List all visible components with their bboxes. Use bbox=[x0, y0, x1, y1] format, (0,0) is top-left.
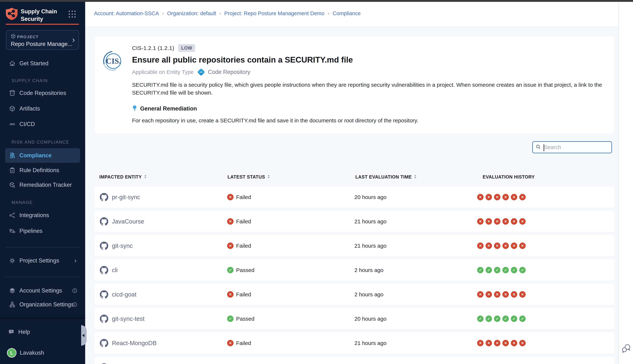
sidebar-section-label: RISK AND COMPLIANCE bbox=[12, 140, 69, 145]
last-evaluation-time: 21 hours ago bbox=[354, 332, 386, 354]
last-evaluation-time: 21 hours ago bbox=[354, 211, 386, 232]
sidebar-item-integrations[interactable]: Integrations bbox=[0, 210, 85, 221]
column-header-impacted-entity[interactable]: IMPACTED ENTITY bbox=[99, 174, 147, 180]
avatar: L bbox=[7, 348, 17, 358]
sort-icon[interactable] bbox=[267, 174, 270, 180]
breadcrumb-link[interactable]: Organization: default bbox=[167, 10, 216, 16]
breadcrumb-link[interactable]: Compliance bbox=[333, 10, 361, 16]
table-row[interactable]: pr-git-sync✕Failed20 hours ago✕✕✕✕✕✕ bbox=[94, 186, 614, 208]
last-evaluation-time: 20 hours ago bbox=[354, 186, 386, 208]
failed-icon: ✕ bbox=[477, 340, 484, 346]
sidebar-item-remediation-tracker[interactable]: Remediation Tracker bbox=[0, 179, 85, 191]
user-menu[interactable]: L Lavakush bbox=[0, 346, 85, 359]
window-top-edge bbox=[0, 0, 633, 2]
column-label: IMPACTED ENTITY bbox=[99, 174, 142, 180]
table-row[interactable]: git-sync✕Failed21 hours ago✕✕✕✕✕✕ bbox=[94, 235, 614, 256]
sidebar-item-account-settings[interactable]: Account Settings bbox=[0, 285, 85, 296]
applicable-row: Applicable on Entity Type </> Code Repos… bbox=[132, 69, 608, 75]
passed-icon: ✓ bbox=[511, 267, 517, 273]
entity-name[interactable]: git-sync-test bbox=[112, 308, 144, 330]
evaluation-history: ✓✓✓✓✓✓ bbox=[477, 357, 526, 364]
sidebar-item-code-repositories[interactable]: </>Code Repositories bbox=[0, 87, 85, 99]
column-header-latest-status[interactable]: LATEST STATUS bbox=[228, 174, 270, 180]
passed-icon: ✓ bbox=[477, 316, 484, 322]
table-row[interactable]: cicd-goat✕Failed2 hours ago✕✕✕✕✕✕ bbox=[94, 284, 614, 305]
failed-icon: ✕ bbox=[519, 242, 526, 249]
last-evaluation-time: 21 hours ago bbox=[354, 235, 386, 256]
failed-icon: ✕ bbox=[519, 340, 526, 346]
status-label: Failed bbox=[236, 340, 251, 346]
entity-name[interactable]: cicd-goat bbox=[112, 284, 136, 305]
table-row[interactable]: git-sync-test✓Passed20 hours ago✓✓✓✓✓✓ bbox=[94, 308, 614, 330]
status-cell: ✕Failed bbox=[227, 235, 251, 256]
sidebar-item-label: Compliance bbox=[20, 152, 52, 159]
github-icon bbox=[100, 284, 108, 305]
sidebar-item-rule-definitions[interactable]: Rule Definitions bbox=[0, 164, 85, 176]
entity-name[interactable]: git-sync bbox=[112, 235, 133, 256]
failed-icon: ✕ bbox=[494, 218, 500, 224]
column-header-last-evaluation-time[interactable]: LAST EVALUATION TIME bbox=[355, 174, 417, 180]
failed-icon: ✕ bbox=[486, 194, 492, 200]
failed-icon: ✕ bbox=[494, 291, 500, 298]
sidebar-item-artifacts[interactable]: Artifacts bbox=[0, 103, 85, 114]
status-cell: ✕Failed bbox=[227, 186, 251, 208]
app-switcher-grid-icon[interactable] bbox=[69, 10, 76, 18]
project-selector[interactable]: PROJECT Repo Posture Manage... › bbox=[6, 30, 79, 50]
failed-icon: ✕ bbox=[477, 242, 484, 249]
integrations-icon bbox=[9, 212, 16, 219]
table-row[interactable]: cli✓Passed2 hours ago✓✓✓✓✓✓ bbox=[94, 259, 614, 281]
table-row[interactable]: ✓Passed✓✓✓✓✓✓ bbox=[94, 357, 614, 364]
sidebar-item-label: Account Settings bbox=[20, 287, 62, 294]
search-input[interactable] bbox=[544, 142, 610, 153]
severity-badge: LOW bbox=[178, 44, 195, 52]
chat-support-icon[interactable] bbox=[621, 342, 632, 356]
sidebar-item-compliance[interactable]: Compliance bbox=[5, 148, 80, 163]
sidebar-section-label: MANAGE bbox=[12, 200, 33, 205]
scrollbar-gutter[interactable] bbox=[618, 0, 633, 364]
search-icon bbox=[536, 144, 541, 150]
entity-name[interactable]: cli bbox=[112, 259, 118, 281]
breadcrumb-separator-icon: › bbox=[220, 10, 221, 16]
passed-icon: ✓ bbox=[477, 267, 484, 273]
failed-icon: ✕ bbox=[227, 194, 234, 200]
github-icon bbox=[100, 259, 108, 281]
entity-name[interactable]: pr-git-sync bbox=[112, 186, 140, 208]
table-row[interactable]: React-MongoDB✕Failed21 hours ago✕✕✕✕✕✕ bbox=[94, 332, 614, 354]
sidebar-section-label: SUPPLY CHAIN bbox=[12, 78, 48, 83]
sidebar-item-organization-settings[interactable]: Organization Settings bbox=[0, 299, 85, 310]
passed-icon: ✓ bbox=[494, 267, 500, 273]
sidebar-item-pipelines[interactable]: Pipelines bbox=[0, 225, 85, 237]
sidebar-item-ci-cd[interactable]: CI/CD bbox=[0, 118, 85, 130]
sort-icon[interactable] bbox=[144, 174, 147, 180]
sort-icon[interactable] bbox=[414, 174, 417, 180]
status-cell: ✓Passed bbox=[227, 308, 254, 330]
cicd-icon bbox=[9, 121, 16, 128]
status-cell: ✓Passed bbox=[227, 259, 254, 281]
table-row[interactable]: JavaCourse✕Failed21 hours ago✕✕✕✕✕✕ bbox=[94, 211, 614, 232]
pipelines-icon bbox=[9, 228, 16, 234]
search-box bbox=[532, 141, 612, 153]
breadcrumb-link[interactable]: Account: Automation-SSCA bbox=[94, 10, 159, 16]
breadcrumb-link[interactable]: Project: Repo Posture Management Demo bbox=[224, 10, 324, 16]
sidebar-item-project-settings[interactable]: Project Settings› bbox=[0, 255, 85, 266]
failed-icon: ✕ bbox=[502, 340, 509, 346]
remediation-heading: General Remediation bbox=[132, 105, 608, 112]
sidebar-item-get-started[interactable]: Get Started bbox=[0, 58, 85, 69]
rule-meta: CIS-1.2.1 (1.2.1) LOW bbox=[132, 44, 608, 52]
evaluation-history: ✕✕✕✕✕✕ bbox=[477, 211, 526, 232]
code-repositories-icon: </> bbox=[9, 90, 16, 96]
entity-name[interactable]: React-MongoDB bbox=[112, 332, 157, 354]
sidebar-collapse-handle[interactable] bbox=[81, 325, 87, 346]
column-label: EVALUATION HISTORY bbox=[483, 174, 535, 180]
rule-title: Ensure all public repositories contain a… bbox=[132, 55, 608, 64]
sidebar-footer-divider bbox=[0, 318, 85, 319]
entity-name[interactable]: JavaCourse bbox=[112, 211, 144, 232]
sidebar-item-label: Code Repositories bbox=[20, 90, 66, 96]
remediation-text: For each repository in use, create a SEC… bbox=[132, 118, 608, 124]
rule-description: SECURITY.md file is a security policy fi… bbox=[132, 81, 605, 96]
passed-icon: ✓ bbox=[486, 316, 492, 322]
status-label: Failed bbox=[236, 292, 251, 298]
sidebar-item-help[interactable]: ? Help bbox=[0, 326, 85, 338]
topbar: Account: Automation-SSCA›Organization: d… bbox=[85, 0, 618, 27]
failed-icon: ✕ bbox=[519, 194, 526, 200]
